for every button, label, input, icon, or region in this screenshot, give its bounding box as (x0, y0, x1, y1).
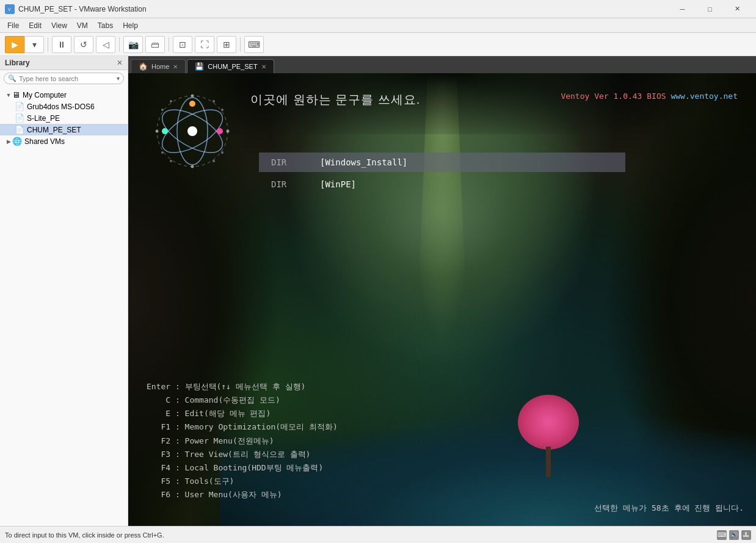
toolbar-reset-button[interactable]: ↺ (74, 36, 93, 53)
titlebar: V CHUM_PE_SET - VMware Workstation ─ □ ✕ (0, 0, 756, 18)
sidebar-close-button[interactable]: ✕ (117, 59, 123, 67)
app-icon: V (5, 4, 15, 14)
svg-text:V: V (8, 7, 11, 12)
computer-icon: 🖥 (12, 90, 20, 99)
toolbar-fullscreen-button[interactable]: ⛶ (195, 36, 214, 53)
tabs-bar: 🏠 Home ✕ 💾 CHUM_PE_SET ✕ (128, 56, 756, 73)
menu-entry-winpe[interactable]: DIR [WinPE] (259, 174, 625, 194)
maximize-button[interactable]: □ (696, 0, 724, 18)
keyhelp-line-3: E : Edit(해당 메뉴 편집) (147, 407, 338, 420)
ventoy-version: Ventoy Ver 1.0.43 BIOS www.ventoy.net (561, 92, 738, 101)
keyhelp-line-8: F5 : Tools(도구) (147, 475, 338, 488)
menu-view[interactable]: View (46, 20, 72, 31)
chum-tab-close[interactable]: ✕ (261, 63, 266, 70)
toolbar-suspend-button[interactable]: ⏸ (52, 36, 71, 53)
vm-icon-grub4dos: 📄 (15, 102, 24, 111)
entry-type-1: DIR (271, 157, 302, 167)
toolbar-power-group: ▶ ▾ (5, 36, 44, 53)
sidebar-item-mycomputer[interactable]: ▼ 🖥 My Computer (0, 89, 128, 101)
shared-expand-icon: ▶ (5, 138, 12, 145)
home-tab-label: Home (151, 63, 169, 70)
entry-name-1: [Windows_Install] (320, 157, 407, 167)
main-layout: Library ✕ 🔍 ▾ ▼ 🖥 My Computer 📄 Grub4dos… (0, 56, 756, 526)
sidebar: Library ✕ 🔍 ▾ ▼ 🖥 My Computer 📄 Grub4dos… (0, 56, 128, 526)
status-icon-2: 🔊 (729, 530, 739, 540)
toolbar-revert-button[interactable]: ◁ (96, 36, 115, 53)
sidebar-item-chum-pe-set[interactable]: 📄 CHUM_PE_SET (0, 124, 128, 135)
expand-icon: ▼ (5, 92, 12, 98)
keyhelp-line-6: F3 : Tree View(트리 형식으로 출력) (147, 448, 338, 461)
sharedvms-label: Shared VMs (24, 137, 65, 146)
home-tab-icon: 🏠 (139, 62, 148, 71)
menu-edit[interactable]: Edit (24, 20, 46, 31)
ventoy-prompt: 이곳에 원하는 문구를 쓰세요. (250, 92, 420, 108)
ventoy-version-label: Ventoy Ver (561, 92, 613, 101)
sidebar-tree: ▼ 🖥 My Computer 📄 Grub4dos MS-DOS6 📄 S-L… (0, 87, 128, 526)
sidebar-item-sharedvms[interactable]: ▶ 🌐 Shared VMs (0, 135, 128, 147)
toolbar-unity-button[interactable]: ⊞ (217, 36, 236, 53)
toolbar-sep4 (240, 37, 241, 52)
sidebar-title: Library (5, 59, 30, 67)
toolbar-snapshot-manager[interactable]: 🗃 (145, 36, 165, 53)
search-dropdown-icon[interactable]: ▾ (117, 75, 120, 82)
toolbar-snapshot-button[interactable]: 📷 (123, 36, 143, 53)
keyhelp-line-4: F1 : Memory Optimization(메모리 최적화) (147, 420, 338, 434)
countdown-text: 선택한 메뉴가 58초 후에 진행 됩니다. (594, 503, 744, 514)
toolbar-sep1 (48, 37, 48, 52)
entry-name-2: [WinPE] (320, 179, 356, 189)
minimize-button[interactable]: ─ (669, 0, 696, 18)
toolbar-sep2 (119, 37, 120, 52)
menu-entries: DIR [Windows_Install] DIR [WinPE] (128, 153, 756, 194)
keyhelp-line-9: F6 : User Menu(사용자 메뉴) (147, 488, 338, 502)
status-icons: ⌨ 🔊 🖧 (717, 530, 751, 540)
status-icon-3: 🖧 (741, 530, 751, 540)
keyhelp-line-1: Enter : 부팅선택(↑↓ 메뉴선택 후 실행) (147, 380, 338, 394)
search-icon: 🔍 (8, 74, 16, 82)
ventoy-version-number: 1.0.43 (613, 92, 642, 101)
sidebar-item-slite[interactable]: 📄 S-Lite_PE (0, 112, 128, 124)
ventoy-bios: BIOS (642, 92, 671, 101)
ventoy-header: 이곳에 원하는 문구를 쓰세요. Ventoy Ver 1.0.43 BIOS … (128, 85, 756, 114)
key-help: Enter : 부팅선택(↑↓ 메뉴선택 후 실행) C : Command(수… (147, 380, 338, 502)
menu-entry-windows-install[interactable]: DIR [Windows_Install] (259, 153, 625, 172)
entry-type-2: DIR (271, 179, 302, 189)
home-tab-close[interactable]: ✕ (173, 63, 178, 70)
toolbar-sep3 (169, 37, 169, 52)
status-icon-1: ⌨ (717, 530, 727, 540)
vm-icon-chum: 📄 (15, 125, 24, 134)
content-area: 🏠 Home ✕ 💾 CHUM_PE_SET ✕ (128, 56, 756, 526)
toolbar-cad-button[interactable]: ⌨ (244, 36, 264, 53)
slite-label: S-Lite_PE (27, 114, 60, 123)
chum-label: CHUM_PE_SET (27, 126, 81, 134)
toolbar: ▶ ▾ ⏸ ↺ ◁ 📷 🗃 ⊡ ⛶ ⊞ ⌨ (0, 33, 756, 56)
toolbar-fit-button[interactable]: ⊡ (173, 36, 192, 53)
menu-tabs[interactable]: Tabs (93, 20, 118, 31)
toolbar-power-button[interactable]: ▶ (5, 36, 24, 53)
tab-home[interactable]: 🏠 Home ✕ (131, 59, 186, 73)
menubar: File Edit View VM Tabs Help (0, 18, 756, 33)
menu-help[interactable]: Help (118, 20, 143, 31)
menu-file[interactable]: File (2, 20, 24, 31)
close-button[interactable]: ✕ (724, 0, 751, 18)
window-controls: ─ □ ✕ (669, 0, 751, 18)
shared-icon: 🌐 (12, 137, 22, 146)
statusbar: To direct input to this VM, click inside… (0, 526, 756, 543)
window-title: CHUM_PE_SET - VMware Workstation (18, 5, 147, 13)
ventoy-url: www.ventoy.net (671, 92, 738, 101)
ventoy-overlay: 이곳에 원하는 문구를 쓰세요. Ventoy Ver 1.0.43 BIOS … (128, 73, 756, 526)
vm-screen[interactable]: 이곳에 원하는 문구를 쓰세요. Ventoy Ver 1.0.43 BIOS … (128, 73, 756, 526)
keyhelp-line-2: C : Command(수동편집 모드) (147, 394, 338, 407)
sidebar-header: Library ✕ (0, 56, 128, 70)
chum-tab-icon: 💾 (195, 62, 204, 71)
keyhelp-line-7: F4 : Local Booting(HDD부팅 메뉴출력) (147, 461, 338, 475)
toolbar-power-dropdown[interactable]: ▾ (24, 36, 44, 53)
tab-chum-pe-set[interactable]: 💾 CHUM_PE_SET ✕ (187, 59, 274, 73)
mycomputer-label: My Computer (23, 91, 67, 99)
status-text: To direct input to this VM, click inside… (5, 531, 164, 539)
search-box: 🔍 ▾ (4, 73, 124, 84)
vm-icon-slite: 📄 (15, 113, 24, 123)
search-input[interactable] (19, 75, 117, 82)
grub4dos-label: Grub4dos MS-DOS6 (27, 102, 95, 111)
sidebar-item-grub4dos[interactable]: 📄 Grub4dos MS-DOS6 (0, 101, 128, 112)
menu-vm[interactable]: VM (72, 20, 93, 31)
